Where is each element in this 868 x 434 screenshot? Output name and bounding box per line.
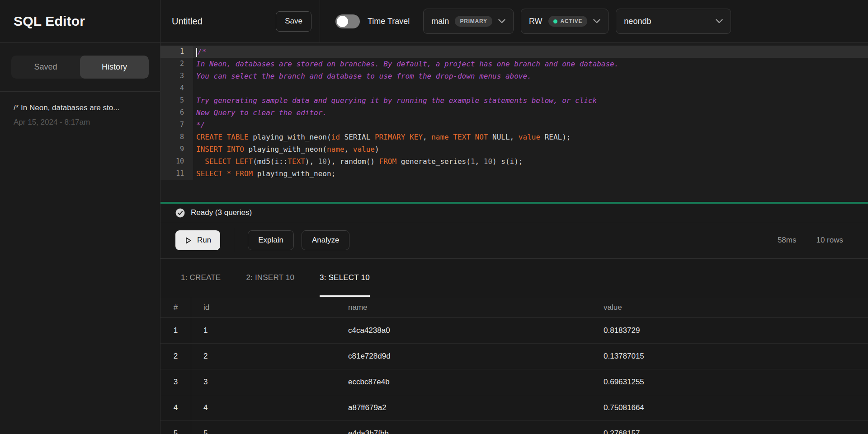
sidebar: SQL Editor SavedHistory /* In Neon, data… bbox=[0, 0, 160, 434]
table-cell: 0.2768157 bbox=[591, 421, 868, 434]
code-token: Try generating sample data and querying … bbox=[196, 96, 597, 105]
code-line-content[interactable]: INSERT INTO playing_with_neon(name, valu… bbox=[193, 143, 868, 155]
code-line: 3You can select the branch and database … bbox=[160, 70, 868, 82]
code-line-content[interactable]: In Neon, databases are stored on branche… bbox=[193, 58, 868, 70]
play-icon bbox=[184, 237, 192, 244]
query-title: Untitled bbox=[172, 16, 203, 27]
code-token: ), bbox=[305, 157, 318, 166]
code-line: 6New Query to clear the editor. bbox=[160, 107, 868, 119]
code-line-content[interactable]: */ bbox=[193, 119, 868, 131]
topbar: Untitled Save Time Travel main PRIMARY R… bbox=[160, 0, 868, 43]
code-token: 1 bbox=[471, 157, 475, 166]
active-status-dot bbox=[553, 19, 557, 23]
code-token bbox=[449, 133, 453, 141]
status-text: Ready (3 queries) bbox=[191, 208, 252, 217]
save-button[interactable]: Save bbox=[276, 11, 311, 32]
table-cell: c4ca4238a0 bbox=[336, 318, 591, 343]
time-travel-toggle[interactable] bbox=[335, 14, 360, 28]
code-token: ), random() bbox=[327, 157, 379, 166]
query-metrics: 58ms 10 rows bbox=[778, 236, 843, 245]
compute-select[interactable]: RW ACTIVE bbox=[521, 9, 609, 34]
code-line-content[interactable]: New Query to clear the editor. bbox=[193, 107, 868, 119]
code-token: ) s(i); bbox=[492, 157, 523, 166]
table-cell: c81e728d9d bbox=[336, 344, 591, 369]
code-line-content[interactable]: SELECT * FROM playing_with_neon; bbox=[193, 168, 868, 180]
time-travel-label: Time Travel bbox=[368, 17, 410, 26]
code-token: SELECT * FROM bbox=[196, 169, 253, 178]
code-token: New Query to clear the editor. bbox=[196, 108, 327, 117]
sql-code-editor[interactable]: 1/*2In Neon, databases are stored on bra… bbox=[160, 43, 868, 202]
code-token: TEXT NOT bbox=[453, 133, 488, 141]
page-title: SQL Editor bbox=[14, 14, 85, 29]
table-cell: a87ff679a2 bbox=[336, 395, 591, 420]
results-table-header: #idnamevalue bbox=[160, 297, 868, 318]
column-header-id: id bbox=[191, 297, 336, 317]
status-row: Ready (3 queries) bbox=[160, 204, 868, 222]
line-number: 10 bbox=[160, 155, 193, 168]
line-number: 6 bbox=[160, 107, 193, 119]
code-line-content[interactable]: /* bbox=[193, 46, 868, 58]
code-token: You can select the branch and database t… bbox=[196, 72, 532, 80]
code-line: 10 SELECT LEFT(md5(i::TEXT), 10), random… bbox=[160, 155, 868, 168]
database-select[interactable]: neondb bbox=[616, 9, 731, 34]
query-row-count: 10 rows bbox=[816, 236, 843, 245]
code-token: 10 bbox=[484, 157, 492, 166]
table-row: 44a87ff679a20.75081664 bbox=[160, 395, 868, 421]
code-token: value bbox=[519, 133, 540, 141]
code-line-content[interactable]: Try generating sample data and querying … bbox=[193, 94, 868, 107]
code-token: name bbox=[327, 145, 344, 154]
text-cursor bbox=[196, 48, 197, 57]
code-token: */ bbox=[196, 121, 205, 129]
saved-history-segmented-control: SavedHistory bbox=[11, 56, 149, 79]
primary-badge: PRIMARY bbox=[455, 16, 492, 27]
code-line-content[interactable] bbox=[193, 82, 868, 94]
sidebar-tab-history[interactable]: History bbox=[80, 56, 149, 79]
code-line-content[interactable]: CREATE TABLE playing_with_neon(id SERIAL… bbox=[193, 131, 868, 143]
history-item[interactable]: /* In Neon, databases are sto...Apr 15, … bbox=[0, 92, 160, 127]
code-token: (md5(i:: bbox=[253, 157, 288, 166]
results-table-body: 11c4ca4238a00.818372922c81e728d9d0.13787… bbox=[160, 318, 868, 434]
code-token: REAL); bbox=[540, 133, 571, 141]
code-line: 2In Neon, databases are stored on branch… bbox=[160, 58, 868, 70]
code-token: playing_with_neon( bbox=[249, 133, 331, 141]
chevron-down-icon bbox=[716, 19, 723, 23]
code-token: ) bbox=[375, 145, 379, 154]
table-cell: 2 bbox=[191, 344, 336, 369]
line-number: 8 bbox=[160, 131, 193, 143]
table-cell: e4da3b7fbb bbox=[336, 421, 591, 434]
table-row: 11c4ca4238a00.8183729 bbox=[160, 318, 868, 344]
table-cell: 3 bbox=[191, 369, 336, 395]
topbar-divider bbox=[320, 0, 320, 43]
result-tab-2-insert-10[interactable]: 2: INSERT 10 bbox=[246, 259, 294, 297]
code-token: /* bbox=[198, 47, 206, 56]
run-button[interactable]: Run bbox=[175, 230, 220, 250]
table-cell: 4 bbox=[160, 395, 191, 420]
code-token: 10 bbox=[318, 157, 327, 166]
table-row: 22c81e728d9d0.13787015 bbox=[160, 344, 868, 369]
code-line: 7*/ bbox=[160, 119, 868, 131]
table-cell: 2 bbox=[160, 344, 191, 369]
column-header-row-number: # bbox=[160, 297, 191, 317]
analyze-button[interactable]: Analyze bbox=[302, 230, 349, 250]
branch-name: main bbox=[431, 17, 449, 26]
line-number: 4 bbox=[160, 82, 193, 94]
code-token: , bbox=[475, 157, 484, 166]
main-panel: Untitled Save Time Travel main PRIMARY R… bbox=[160, 0, 868, 434]
code-line-content[interactable]: SELECT LEFT(md5(i::TEXT), 10), random() … bbox=[193, 155, 868, 168]
code-line-content[interactable]: You can select the branch and database t… bbox=[193, 70, 868, 82]
active-badge: ACTIVE bbox=[548, 16, 588, 27]
explain-button[interactable]: Explain bbox=[248, 230, 294, 250]
table-row: 33eccbc87e4b0.69631255 bbox=[160, 369, 868, 395]
database-name: neondb bbox=[624, 17, 651, 26]
code-line: 1/* bbox=[160, 46, 868, 58]
code-token: FROM bbox=[379, 157, 397, 166]
table-cell: 4 bbox=[191, 395, 336, 420]
chevron-down-icon bbox=[593, 19, 600, 23]
topbar-left: Untitled Save bbox=[160, 11, 320, 32]
sidebar-tab-saved[interactable]: Saved bbox=[11, 56, 80, 79]
result-tab-1-create[interactable]: 1: CREATE bbox=[181, 259, 221, 297]
code-token: , bbox=[423, 133, 431, 141]
branch-select[interactable]: main PRIMARY bbox=[423, 9, 514, 34]
table-cell: 0.8183729 bbox=[591, 318, 868, 343]
result-tab-3-select-10[interactable]: 3: SELECT 10 bbox=[320, 259, 370, 297]
